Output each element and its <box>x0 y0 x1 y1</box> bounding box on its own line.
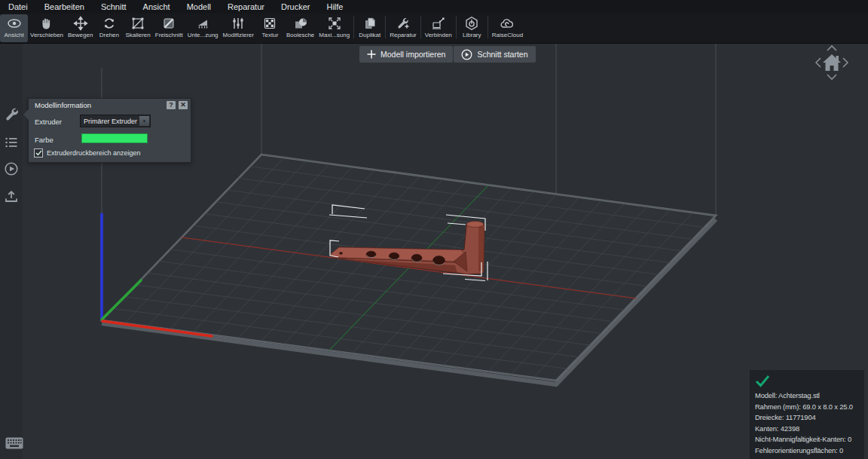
status-nonmanifold: Nicht-Mannigfaltigkeit-Kanten: 0 <box>755 434 864 445</box>
extruder-label: Extruder <box>35 118 62 126</box>
status-misoriented: Fehlerorientierungsflächen: 0 <box>755 445 864 457</box>
show-extruder-area-row: Extruderdruckbereich anzeigen <box>34 148 141 158</box>
toolbar-separator <box>487 16 488 38</box>
menu-schnitt[interactable]: Schnitt <box>93 0 135 14</box>
fit-maximize-icon <box>327 16 342 31</box>
rotate-icon <box>102 16 117 31</box>
checkbox-checked[interactable] <box>34 148 43 158</box>
duplicate-icon <box>362 16 377 31</box>
nav-left-chevron[interactable] <box>816 58 821 67</box>
export-icon[interactable] <box>3 188 20 205</box>
menu-modell[interactable]: Modell <box>179 0 219 14</box>
checkbox-label: Extruderdruckbereich anzeigen <box>47 149 141 157</box>
viewport-area: Modell importieren Schnitt starten <box>0 43 868 459</box>
extruder-select-value: Primärer Extruder <box>81 118 139 125</box>
color-swatch[interactable] <box>81 133 148 143</box>
tool-library[interactable]: Library <box>458 14 486 42</box>
wrench-icon[interactable] <box>3 106 20 122</box>
check-icon <box>35 150 42 156</box>
menu-hilfe[interactable]: Hilfe <box>318 0 351 14</box>
nav-up-chevron[interactable] <box>827 46 836 50</box>
home-icon[interactable] <box>823 54 841 71</box>
eye-icon <box>7 16 22 31</box>
play-icon <box>461 49 472 60</box>
tool-raisecloud[interactable]: RaiseCloud <box>490 14 525 42</box>
menu-datei[interactable]: Datei <box>0 0 36 14</box>
menu-reparatur[interactable]: Reparatur <box>219 0 273 14</box>
action-bar: Modell importieren Schnitt starten <box>359 46 536 63</box>
app-window: Datei Bearbeiten Schnitt Ansicht Modell … <box>0 0 868 459</box>
library-hexagon-icon <box>464 16 479 31</box>
import-model-label: Modell importieren <box>381 50 445 59</box>
keyboard-icon[interactable] <box>5 437 23 449</box>
boolean-shapes-icon <box>293 16 308 31</box>
hand-icon <box>39 16 54 31</box>
tool-modifizierer[interactable]: Modifizierer <box>221 14 256 42</box>
view-navigator <box>811 43 853 87</box>
success-check-icon <box>755 375 770 387</box>
model-post-top <box>466 222 484 228</box>
import-model-button[interactable]: Modell importieren <box>359 46 453 63</box>
tool-verbinden[interactable]: Verbinden <box>423 14 454 42</box>
color-label: Farbe <box>35 136 53 144</box>
start-slice-button[interactable]: Schnitt starten <box>454 46 535 63</box>
model-info-dialog: Modellinformation ? ✕ Extruder Primärer … <box>28 98 191 163</box>
dialog-pointer <box>23 109 29 120</box>
tool-reparatur[interactable]: Reparatur <box>387 14 419 42</box>
status-model-name: Modell: Achterstag.stl <box>755 390 864 402</box>
sliders-icon <box>231 16 246 31</box>
chevron-down-icon: ▼ <box>139 116 149 126</box>
menu-drucker[interactable]: Drucker <box>273 0 319 14</box>
nav-down-chevron[interactable] <box>827 75 836 79</box>
cut-icon <box>161 16 176 31</box>
tool-duplikat[interactable]: Duplikat <box>356 14 384 42</box>
tool-unterstuetzung[interactable]: Unte...zung <box>185 14 221 42</box>
tool-drehen[interactable]: Drehen <box>95 14 123 42</box>
extruder-select[interactable]: Primärer Extruder ▼ <box>80 115 151 127</box>
cloud-icon <box>500 16 515 31</box>
toolbar-separator <box>420 16 421 38</box>
scale-icon <box>130 16 145 31</box>
tool-skalieren[interactable]: Skalieren <box>123 14 152 42</box>
toolbar-separator <box>456 16 457 38</box>
play-circle-icon[interactable] <box>3 161 20 177</box>
move-icon <box>73 16 88 31</box>
tool-verschieben[interactable]: Verschieben <box>28 14 66 42</box>
menu-bar: Datei Bearbeiten Schnitt Ansicht Modell … <box>0 0 868 14</box>
tool-boolesche[interactable]: Boolesche <box>284 14 316 42</box>
status-bounds: Rahmen (mm): 69.0 x 8.0 x 25.0 <box>755 402 864 413</box>
connect-printer-icon <box>431 16 446 31</box>
help-button[interactable]: ? <box>167 101 176 109</box>
dialog-title: Modellinformation <box>35 101 91 109</box>
nav-right-chevron[interactable] <box>843 58 848 67</box>
wrench-plus-icon <box>396 16 411 31</box>
tool-textur[interactable]: Textur <box>256 14 284 42</box>
list-icon[interactable] <box>3 134 20 151</box>
status-edges: Kanten: 42398 <box>755 424 864 435</box>
tool-maximierung[interactable]: Maxi...sung <box>316 14 352 42</box>
start-slice-label: Schnitt starten <box>477 50 527 59</box>
menu-bearbeiten[interactable]: Bearbeiten <box>36 0 93 14</box>
tool-freischnitt[interactable]: Freischnitt <box>153 14 185 42</box>
toolbar-separator <box>385 16 386 38</box>
menu-ansicht[interactable]: Ansicht <box>135 0 179 14</box>
tool-bewegen[interactable]: Bewegen <box>66 14 95 42</box>
close-button[interactable]: ✕ <box>179 101 188 109</box>
model-status-panel: Modell: Achterstag.stl Rahmen (mm): 69.0… <box>750 370 864 459</box>
texture-icon <box>262 16 277 31</box>
support-icon <box>195 16 210 31</box>
toolbar-separator <box>353 16 354 38</box>
toolbar: Ansicht Verschieben Bewegen Drehen <box>0 14 868 44</box>
status-triangles: Dreiecke: 11771904 <box>755 412 864 424</box>
plus-icon <box>367 50 376 59</box>
tool-ansicht[interactable]: Ansicht <box>0 14 28 42</box>
